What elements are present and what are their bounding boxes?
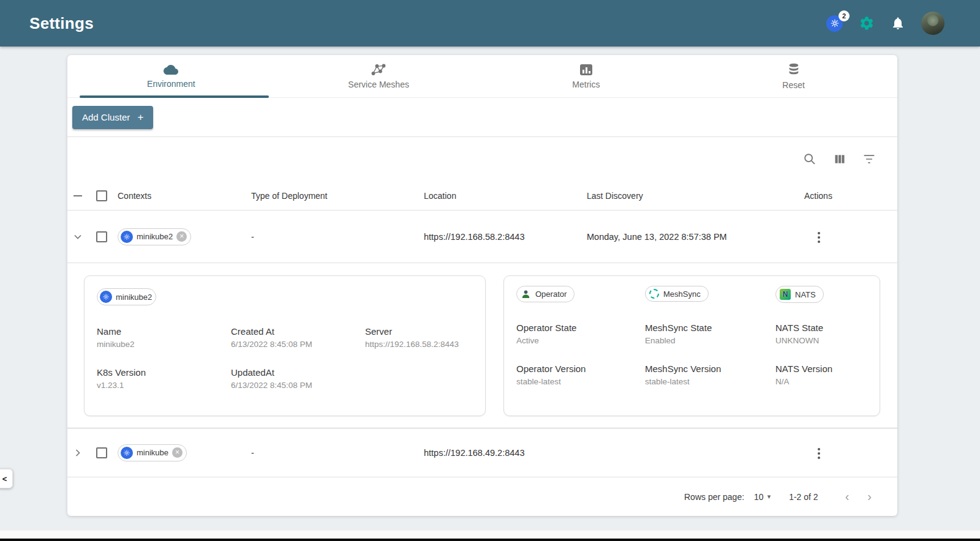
field-server: Server https://192.168.58.2:8443 xyxy=(365,326,473,349)
cell-location: https://192.168.49.2:8443 xyxy=(421,448,584,458)
tab-label: Metrics xyxy=(572,80,600,89)
database-icon xyxy=(787,62,801,77)
column-header-location[interactable]: Location xyxy=(421,191,584,201)
tab-label: Service Meshes xyxy=(348,80,409,89)
rows-per-page-label: Rows per page: xyxy=(684,492,744,502)
search-button[interactable] xyxy=(803,152,816,166)
field-updated-at: UpdatedAt 6/13/2022 8:45:08 PM xyxy=(231,367,365,390)
next-page-button[interactable]: › xyxy=(862,487,876,506)
field-created-at: Created At 6/13/2022 8:45:08 PM xyxy=(231,326,365,349)
cell-last-discovery: Monday, June 13, 2022 8:57:38 PM xyxy=(584,232,802,242)
service-mesh-icon xyxy=(371,63,386,76)
kubernetes-context-switcher[interactable]: 2 xyxy=(826,15,843,32)
select-all-checkbox[interactable] xyxy=(96,190,107,201)
row-actions-menu-button[interactable] xyxy=(813,444,825,463)
deselect-all-icon[interactable] xyxy=(74,195,82,196)
table-row: minikube × - https://192.168.49.2:8443 xyxy=(67,428,897,477)
kubernetes-icon xyxy=(121,231,133,243)
filter-button[interactable] xyxy=(863,154,875,165)
rows-per-page-value: 10 xyxy=(754,492,764,502)
settings-tabs: Environment Service Meshes Metrics xyxy=(67,55,897,98)
metrics-chart-icon xyxy=(579,63,593,76)
meshsync-ring-icon xyxy=(649,289,659,299)
chevron-down-icon xyxy=(72,231,84,243)
row-actions-menu-button[interactable] xyxy=(813,228,825,247)
pagination-range: 1-2 of 2 xyxy=(789,492,818,502)
field-operator-version: Operator Version stable-latest xyxy=(516,364,645,386)
tab-reset[interactable]: Reset xyxy=(690,55,897,97)
chevron-right-icon xyxy=(72,447,84,459)
context-detail-card: minikube2 Name minikube2 Created At 6/13… xyxy=(84,275,486,416)
column-header-actions: Actions xyxy=(802,191,897,201)
cell-location: https://192.168.58.2:8443 xyxy=(421,232,584,242)
nats-logo-icon: N xyxy=(780,289,791,300)
search-icon xyxy=(803,152,816,166)
chip-label: MeshSync xyxy=(663,289,701,299)
context-chip-minikube2[interactable]: minikube2 × xyxy=(118,228,191,245)
app-header: Settings 2 xyxy=(0,0,980,47)
column-header-contexts[interactable]: Contexts xyxy=(115,191,249,201)
field-operator-state: Operator State Active xyxy=(516,323,645,345)
column-header-type[interactable]: Type of Deployment xyxy=(249,191,421,201)
tab-environment[interactable]: Environment xyxy=(67,55,275,97)
user-avatar[interactable] xyxy=(921,12,944,35)
add-cluster-button[interactable]: Add Cluster + xyxy=(72,106,153,129)
chip-label: minikube xyxy=(137,448,168,457)
tab-label: Reset xyxy=(782,80,805,90)
chip-close-icon[interactable]: × xyxy=(176,231,187,242)
row-detail-panel: minikube2 Name minikube2 Created At 6/13… xyxy=(67,263,897,428)
settings-panel: Environment Service Meshes Metrics xyxy=(67,55,897,516)
field-nats-version: NATS Version N/A xyxy=(775,364,867,386)
expand-row-button[interactable] xyxy=(72,447,84,459)
context-chip-detail[interactable]: minikube2 xyxy=(97,288,156,305)
settings-gear-button[interactable] xyxy=(859,15,875,31)
caret-down-icon: ▾ xyxy=(767,493,771,501)
field-meshsync-state: MeshSync State Enabled xyxy=(645,323,775,345)
plus-icon: + xyxy=(137,111,143,124)
table-header: Contexts Type of Deployment Location Las… xyxy=(67,181,897,211)
drawer-toggle-button[interactable]: < xyxy=(0,469,13,488)
cloud-icon xyxy=(162,64,179,76)
tab-metrics[interactable]: Metrics xyxy=(483,55,690,97)
column-header-last-discovery[interactable]: Last Discovery xyxy=(584,191,802,201)
view-columns-button[interactable] xyxy=(834,153,846,165)
header-actions: 2 xyxy=(826,12,944,35)
window-bottom-edge xyxy=(0,539,980,541)
page-title: Settings xyxy=(29,14,94,33)
gear-icon xyxy=(859,15,875,31)
table-pagination: Rows per page: 10 ▾ 1-2 of 2 ‹ › xyxy=(67,477,897,516)
filter-icon xyxy=(863,154,875,165)
collapse-row-button[interactable] xyxy=(72,231,84,243)
cell-type-of-deployment: - xyxy=(249,448,421,458)
operator-detail-card: Operator MeshSync N NATS xyxy=(503,275,880,416)
field-name: Name minikube2 xyxy=(97,326,231,349)
chip-close-icon[interactable]: × xyxy=(172,447,183,458)
operator-person-icon xyxy=(521,289,531,299)
field-meshsync-version: MeshSync Version stable-latest xyxy=(645,364,775,386)
table-row: minikube2 × - https://192.168.58.2:8443 … xyxy=(67,211,897,263)
tab-service-meshes[interactable]: Service Meshes xyxy=(275,55,483,97)
add-cluster-label: Add Cluster xyxy=(82,112,130,122)
row-checkbox[interactable] xyxy=(96,231,107,242)
field-k8s-version: K8s Version v1.23.1 xyxy=(97,367,231,390)
add-cluster-bar: Add Cluster + xyxy=(67,98,897,137)
chip-label: minikube2 xyxy=(116,293,152,302)
table-toolbar xyxy=(67,137,897,181)
kubernetes-icon xyxy=(100,291,112,303)
context-count-badge: 2 xyxy=(839,10,850,21)
chip-label: NATS xyxy=(795,290,816,299)
nats-chip[interactable]: N NATS xyxy=(775,286,824,303)
context-chip-minikube[interactable]: minikube × xyxy=(118,444,187,461)
kubernetes-icon xyxy=(121,447,133,459)
bell-icon xyxy=(891,16,905,31)
previous-page-button[interactable]: ‹ xyxy=(840,487,854,506)
notifications-button[interactable] xyxy=(891,16,905,31)
cell-type-of-deployment: - xyxy=(249,232,421,242)
row-checkbox[interactable] xyxy=(96,447,107,458)
rows-per-page-select[interactable]: 10 ▾ xyxy=(754,492,771,502)
field-nats-state: NATS State UNKNOWN xyxy=(775,323,867,345)
meshsync-chip[interactable]: MeshSync xyxy=(645,286,709,302)
chip-label: minikube2 xyxy=(137,232,173,241)
chip-label: Operator xyxy=(535,289,567,299)
operator-chip[interactable]: Operator xyxy=(516,286,575,302)
